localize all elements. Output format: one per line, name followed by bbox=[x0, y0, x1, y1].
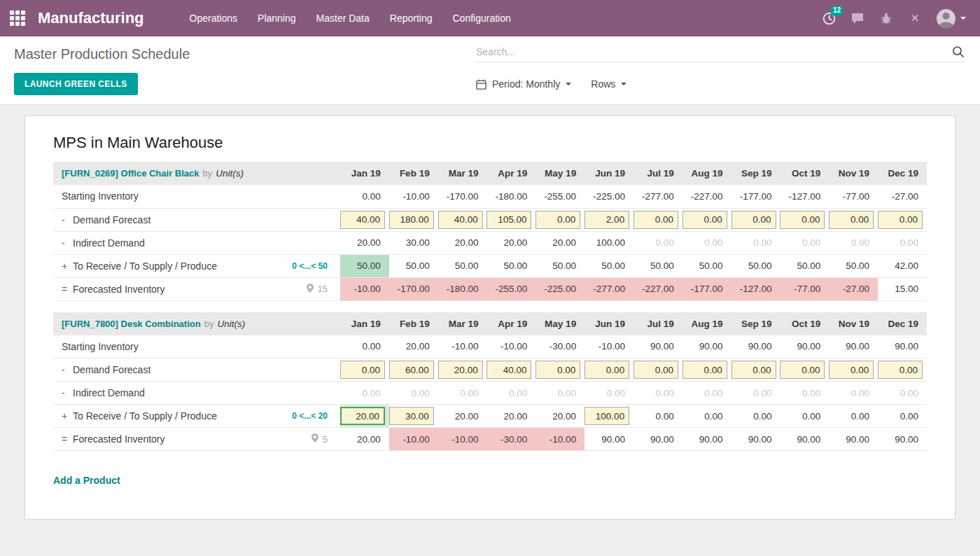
editable-cell bbox=[486, 208, 536, 231]
period-caret-icon bbox=[566, 83, 571, 85]
demand-forecast-input[interactable] bbox=[682, 211, 727, 229]
product-name-link[interactable]: [FURN_7800] Desk Combination bbox=[62, 319, 201, 329]
row-label: To Receive / To Supply / Produce bbox=[73, 410, 217, 422]
period-dropdown[interactable]: Period: Monthly bbox=[476, 78, 571, 90]
row-label-inner: +To Receive / To Supply / Produce0 <...<… bbox=[62, 260, 332, 272]
value-cell[interactable]: 0.00 bbox=[829, 405, 878, 428]
value-cell: 20.00 bbox=[340, 428, 389, 451]
demand-forecast-input[interactable] bbox=[486, 361, 531, 379]
value-cell[interactable]: 0.00 bbox=[732, 405, 780, 428]
supply-input[interactable] bbox=[584, 407, 629, 425]
user-menu[interactable] bbox=[937, 9, 966, 28]
demand-forecast-input[interactable] bbox=[438, 361, 483, 379]
demand-forecast-input[interactable] bbox=[878, 361, 923, 379]
row-label-cell: +To Receive / To Supply / Produce0 <...<… bbox=[53, 254, 340, 277]
demand-forecast-input[interactable] bbox=[634, 361, 678, 379]
demand-forecast-input[interactable] bbox=[536, 361, 580, 379]
value-cell[interactable]: 0.00 bbox=[634, 405, 682, 428]
value-cell[interactable]: 50.00 bbox=[780, 254, 829, 277]
demand-forecast-input[interactable] bbox=[584, 361, 629, 379]
activities-clock-icon[interactable]: 12 bbox=[822, 11, 836, 26]
close-icon[interactable]: ✕ bbox=[908, 11, 922, 26]
apps-menu-icon[interactable] bbox=[10, 11, 25, 26]
user-caret-icon bbox=[960, 17, 966, 20]
menu-master-data[interactable]: Master Data bbox=[309, 8, 377, 29]
demand-forecast-input[interactable] bbox=[389, 361, 434, 379]
value-cell[interactable]: 0.00 bbox=[780, 405, 829, 428]
editable-cell bbox=[682, 208, 732, 231]
month-header: Feb 19 bbox=[389, 312, 438, 335]
month-header: Mar 19 bbox=[438, 312, 487, 335]
control-panel: Master Production Schedule LAUNCH GREEN … bbox=[0, 36, 980, 105]
add-product-link[interactable]: Add a Product bbox=[53, 475, 120, 486]
demand-forecast-input[interactable] bbox=[780, 211, 825, 229]
value-cell[interactable]: 20.00 bbox=[486, 405, 536, 428]
value-cell[interactable]: 50.00 bbox=[438, 254, 487, 277]
row-label-cell: =Forecasted Inventory15 bbox=[53, 277, 340, 300]
search-icon[interactable] bbox=[952, 46, 966, 58]
forecast-pin-value: 15 bbox=[318, 284, 328, 294]
forecast-pin: 5 bbox=[312, 433, 332, 445]
demand-forecast-input[interactable] bbox=[878, 211, 923, 229]
demand-forecast-input[interactable] bbox=[536, 211, 580, 229]
demand-forecast-row: -Demand Forecast bbox=[53, 359, 927, 382]
demand-forecast-input[interactable] bbox=[486, 211, 531, 229]
month-header: May 19 bbox=[536, 312, 584, 335]
value-cell[interactable]: 50.00 bbox=[682, 254, 732, 277]
value-cell[interactable]: 20.00 bbox=[438, 405, 487, 428]
demand-forecast-input[interactable] bbox=[829, 211, 874, 229]
value-cell[interactable]: 50.00 bbox=[732, 254, 780, 277]
launch-green-cells-button[interactable]: LAUNCH GREEN CELLS bbox=[14, 73, 138, 95]
value-cell: 0.00 bbox=[438, 382, 487, 405]
demand-forecast-input[interactable] bbox=[438, 211, 483, 229]
demand-forecast-input[interactable] bbox=[780, 361, 825, 379]
editable-cell bbox=[536, 208, 584, 231]
supply-input[interactable] bbox=[340, 407, 385, 425]
messages-icon[interactable] bbox=[850, 11, 864, 26]
calendar-icon bbox=[476, 79, 486, 90]
demand-forecast-input[interactable] bbox=[682, 361, 727, 379]
row-label-cell: Starting Inventory bbox=[53, 185, 340, 208]
value-cell: 90.00 bbox=[634, 428, 682, 451]
demand-forecast-input[interactable] bbox=[584, 211, 629, 229]
month-header: Jan 19 bbox=[340, 162, 389, 185]
value-cell[interactable]: 20.00 bbox=[536, 405, 584, 428]
rows-dropdown[interactable]: Rows bbox=[591, 78, 626, 90]
search-input[interactable] bbox=[476, 46, 952, 57]
value-cell[interactable]: 50.00 bbox=[486, 254, 536, 277]
user-silhouette-icon bbox=[937, 9, 955, 28]
demand-forecast-input[interactable] bbox=[732, 211, 776, 229]
demand-forecast-input[interactable] bbox=[829, 361, 874, 379]
menu-configuration[interactable]: Configuration bbox=[445, 8, 519, 29]
supply-input[interactable] bbox=[389, 407, 434, 425]
demand-forecast-input[interactable] bbox=[340, 361, 385, 379]
value-cell: -127.00 bbox=[780, 185, 829, 208]
menu-planning[interactable]: Planning bbox=[250, 8, 304, 29]
value-cell: -127.00 bbox=[732, 277, 780, 300]
demand-forecast-input[interactable] bbox=[389, 211, 434, 229]
value-cell: 15.00 bbox=[878, 277, 927, 300]
menu-reporting[interactable]: Reporting bbox=[382, 8, 440, 29]
value-cell[interactable]: 50.00 bbox=[389, 254, 438, 277]
month-header: Jul 19 bbox=[634, 312, 682, 335]
value-cell[interactable]: 0.00 bbox=[682, 405, 732, 428]
editable-cell bbox=[584, 359, 634, 382]
month-header: Nov 19 bbox=[829, 312, 878, 335]
value-cell[interactable]: 50.00 bbox=[634, 254, 682, 277]
demand-forecast-input[interactable] bbox=[340, 211, 385, 229]
bug-icon[interactable] bbox=[879, 11, 893, 26]
value-cell[interactable]: 0.00 bbox=[878, 405, 927, 428]
value-cell[interactable]: 50.00 bbox=[340, 254, 389, 277]
action-buttons: LAUNCH GREEN CELLS bbox=[14, 73, 476, 95]
product-name-link[interactable]: [FURN_0269] Office Chair Black bbox=[62, 168, 200, 179]
app-name[interactable]: Manufacturing bbox=[38, 9, 144, 27]
value-cell[interactable]: 50.00 bbox=[536, 254, 584, 277]
value-cell[interactable]: 42.00 bbox=[878, 254, 927, 277]
value-cell[interactable]: 50.00 bbox=[829, 254, 878, 277]
menu-operations[interactable]: Operations bbox=[182, 8, 245, 29]
value-cell: -225.00 bbox=[536, 277, 584, 300]
demand-forecast-input[interactable] bbox=[634, 211, 678, 229]
product-header-cell: [FURN_7800] Desk CombinationbyUnit(s) bbox=[53, 312, 340, 335]
value-cell[interactable]: 50.00 bbox=[584, 254, 634, 277]
demand-forecast-input[interactable] bbox=[732, 361, 776, 379]
